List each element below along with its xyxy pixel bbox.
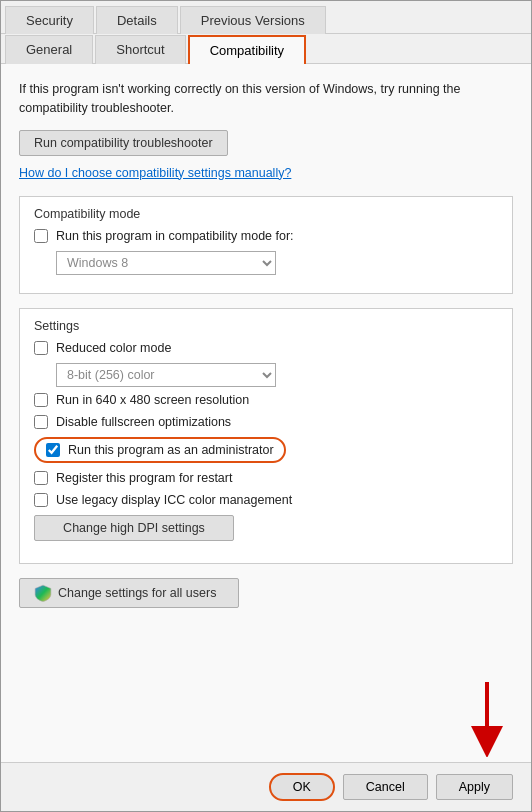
run-troubleshooter-button[interactable]: Run compatibility troubleshooter: [19, 130, 228, 156]
run-as-admin-label: Run this program as an administrator: [68, 443, 274, 457]
bottom-bar: OK Cancel Apply: [1, 762, 531, 811]
cancel-button[interactable]: Cancel: [343, 774, 428, 800]
resolution-640-label: Run in 640 x 480 screen resolution: [56, 393, 249, 407]
ok-button[interactable]: OK: [269, 773, 335, 801]
compatibility-mode-checkbox[interactable]: [34, 229, 48, 243]
shield-icon: [34, 584, 52, 602]
reduced-color-checkbox[interactable]: [34, 341, 48, 355]
change-all-users-button[interactable]: Change settings for all users: [19, 578, 239, 608]
register-restart-row: Register this program for restart: [34, 471, 498, 485]
legacy-icc-label: Use legacy display ICC color management: [56, 493, 292, 507]
dialog-window: Security Details Previous Versions Gener…: [0, 0, 532, 812]
legacy-icc-checkbox[interactable]: [34, 493, 48, 507]
tabs-row-1: Security Details Previous Versions: [1, 1, 531, 34]
resolution-640-row: Run in 640 x 480 screen resolution: [34, 393, 498, 407]
tab-general[interactable]: General: [5, 35, 93, 64]
disable-fullscreen-checkbox[interactable]: [34, 415, 48, 429]
run-as-admin-checkbox[interactable]: [46, 443, 60, 457]
dpi-settings-button[interactable]: Change high DPI settings: [34, 515, 234, 541]
disable-fullscreen-label: Disable fullscreen optimizations: [56, 415, 231, 429]
resolution-640-checkbox[interactable]: [34, 393, 48, 407]
disable-fullscreen-row: Disable fullscreen optimizations: [34, 415, 498, 429]
content-area: If this program isn't working correctly …: [1, 64, 531, 762]
tab-compatibility[interactable]: Compatibility: [188, 35, 306, 64]
description-text: If this program isn't working correctly …: [19, 80, 513, 118]
tab-security[interactable]: Security: [5, 6, 94, 34]
color-depth-dropdown[interactable]: 8-bit (256) color 16-bit color: [56, 363, 276, 387]
compatibility-os-dropdown[interactable]: Windows 8 Windows 7 Windows Vista (SP2) …: [56, 251, 276, 275]
apply-button[interactable]: Apply: [436, 774, 513, 800]
tabs-row-2: General Shortcut Compatibility: [1, 34, 531, 64]
tab-shortcut[interactable]: Shortcut: [95, 35, 185, 64]
settings-section: Settings Reduced color mode 8-bit (256) …: [19, 308, 513, 564]
settings-label: Settings: [34, 319, 498, 333]
compatibility-mode-label: Compatibility mode: [34, 207, 498, 221]
compatibility-mode-checkbox-row: Run this program in compatibility mode f…: [34, 229, 498, 243]
reduced-color-label: Reduced color mode: [56, 341, 171, 355]
change-all-users-label: Change settings for all users: [58, 586, 216, 600]
compatibility-mode-section: Compatibility mode Run this program in c…: [19, 196, 513, 294]
help-link[interactable]: How do I choose compatibility settings m…: [19, 166, 513, 180]
color-depth-dropdown-row: 8-bit (256) color 16-bit color: [56, 363, 498, 387]
register-restart-label: Register this program for restart: [56, 471, 232, 485]
run-as-admin-highlighted-row: Run this program as an administrator: [34, 437, 286, 463]
register-restart-checkbox[interactable]: [34, 471, 48, 485]
compatibility-mode-checkbox-label: Run this program in compatibility mode f…: [56, 229, 294, 243]
legacy-icc-row: Use legacy display ICC color management: [34, 493, 498, 507]
tab-details[interactable]: Details: [96, 6, 178, 34]
tab-previous-versions[interactable]: Previous Versions: [180, 6, 326, 34]
reduced-color-row: Reduced color mode: [34, 341, 498, 355]
compatibility-os-dropdown-row: Windows 8 Windows 7 Windows Vista (SP2) …: [56, 251, 498, 275]
